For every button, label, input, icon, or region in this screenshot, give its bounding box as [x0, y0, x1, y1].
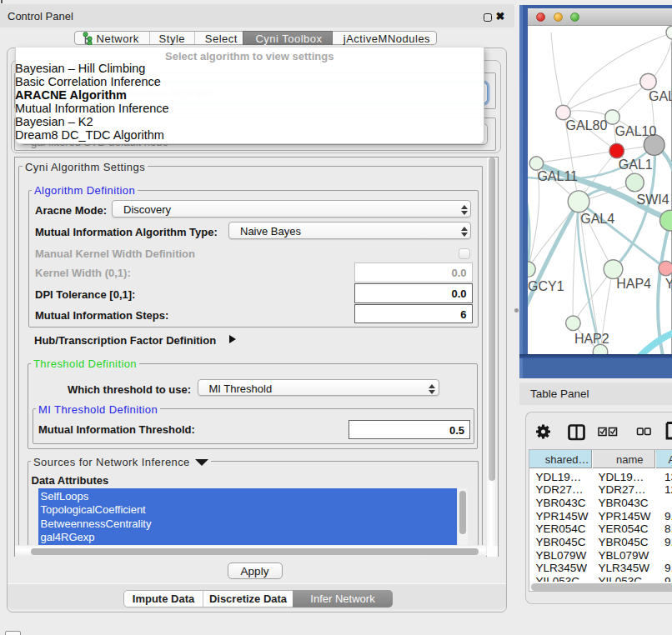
- svg-text:GAL7: GAL7: [649, 88, 672, 102]
- svg-text:GAL11: GAL11: [537, 168, 578, 182]
- svg-text:GCY1: GCY1: [528, 278, 564, 292]
- svg-text:Y: Y: [665, 276, 672, 290]
- svg-text:GAL4: GAL4: [580, 211, 614, 225]
- svg-text:HAP4: HAP4: [616, 276, 651, 290]
- svg-text:GAL10: GAL10: [615, 124, 657, 138]
- svg-text:GAL1: GAL1: [619, 157, 653, 171]
- svg-text:HAP2: HAP2: [574, 331, 609, 345]
- svg-text:GAL80: GAL80: [566, 118, 608, 132]
- svg-text:SWI4: SWI4: [637, 192, 669, 206]
